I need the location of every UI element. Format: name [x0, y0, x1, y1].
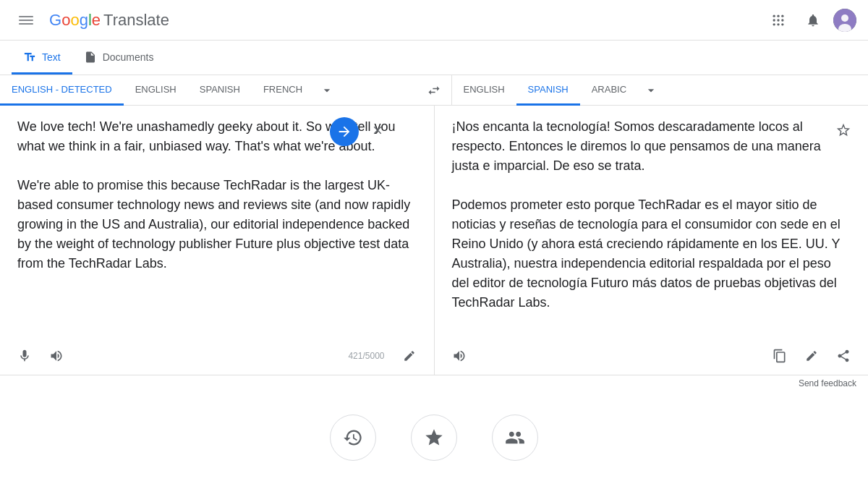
- menu-button[interactable]: [12, 6, 41, 35]
- tab-text-label: Text: [42, 51, 61, 63]
- header-right: [764, 6, 856, 35]
- svg-point-5: [781, 14, 783, 17]
- source-lang-more[interactable]: [314, 77, 340, 103]
- source-lang-french[interactable]: FRENCH: [252, 75, 314, 106]
- source-speak-button[interactable]: [43, 343, 69, 369]
- share-translation-button[interactable]: [830, 343, 856, 369]
- target-lang-english[interactable]: ENGLISH: [452, 75, 516, 106]
- close-icon: [371, 124, 384, 137]
- translated-text: ¡Nos encanta la tecnología! Somos descar…: [452, 117, 851, 312]
- copy-translation-button[interactable]: [767, 343, 793, 369]
- svg-point-11: [781, 23, 783, 25]
- source-lang-bar: ENGLISH - DETECTED ENGLISH SPANISH FRENC…: [0, 75, 417, 105]
- apps-button[interactable]: [764, 6, 793, 35]
- feedback-link[interactable]: Send feedback: [799, 378, 856, 388]
- share-icon: [836, 349, 851, 363]
- edit-icon: [403, 349, 416, 362]
- source-lang-english-detected[interactable]: ENGLISH - DETECTED: [0, 75, 124, 106]
- saved-button[interactable]: [411, 414, 457, 461]
- hamburger-icon: [19, 13, 33, 27]
- history-icon: [343, 428, 363, 448]
- translate-button[interactable]: [330, 117, 359, 146]
- google-wordmark: Google: [49, 11, 101, 30]
- svg-point-13: [841, 14, 848, 22]
- char-count: 421/5000: [348, 351, 390, 361]
- clear-source-button[interactable]: [365, 117, 391, 143]
- svg-point-8: [781, 19, 783, 21]
- tab-documents[interactable]: Documents: [72, 42, 166, 75]
- source-listen-button[interactable]: [12, 343, 38, 369]
- svg-rect-2: [19, 23, 33, 25]
- feedback-row: Send feedback: [0, 375, 868, 391]
- apps-icon: [771, 13, 786, 27]
- language-bar: ENGLISH - DETECTED ENGLISH SPANISH FRENC…: [0, 75, 868, 106]
- target-lang-bar: ENGLISH SPANISH ARABIC: [451, 75, 869, 105]
- notifications-icon: [806, 13, 820, 27]
- source-lang-spanish[interactable]: SPANISH: [188, 75, 252, 106]
- chevron-down-icon: [320, 83, 334, 98]
- swap-languages-button[interactable]: [417, 83, 451, 98]
- save-translation-button[interactable]: [830, 117, 856, 143]
- text-icon: [23, 51, 36, 64]
- chevron-down-icon-right: [644, 83, 658, 98]
- target-speak-button[interactable]: [446, 343, 472, 369]
- save-translation-button-wrap: [830, 117, 856, 143]
- star-outline-icon: [835, 122, 851, 138]
- logo: Google Translate: [49, 11, 169, 30]
- translation-panels: ¡Nos encanta la tecnología! Somos descar…: [0, 106, 868, 337]
- svg-point-4: [777, 14, 779, 17]
- svg-point-7: [777, 19, 779, 21]
- volume-icon-target: [452, 349, 467, 363]
- panel-actions-row: 421/5000: [0, 337, 868, 375]
- app-title: Translate: [103, 11, 169, 30]
- target-lang-spanish[interactable]: SPANISH: [516, 75, 580, 106]
- source-lang-english[interactable]: ENGLISH: [124, 75, 188, 106]
- svg-point-10: [777, 23, 779, 25]
- volume-icon: [49, 349, 64, 363]
- history-button[interactable]: [330, 414, 376, 461]
- source-actions: 421/5000: [0, 337, 434, 375]
- svg-point-9: [773, 23, 775, 25]
- community-button[interactable]: [492, 414, 538, 461]
- target-lang-more[interactable]: [638, 77, 664, 103]
- notifications-button[interactable]: [799, 6, 827, 35]
- avatar[interactable]: [833, 9, 856, 32]
- target-lang-arabic[interactable]: ARABIC: [580, 75, 638, 106]
- edit-icon-target: [805, 349, 818, 362]
- target-actions: [434, 337, 869, 375]
- people-icon: [505, 428, 525, 448]
- bottom-actions: [0, 391, 868, 478]
- svg-point-6: [773, 19, 775, 21]
- target-panel: ¡Nos encanta la tecnología! Somos descar…: [434, 106, 869, 337]
- edit-source-button[interactable]: [396, 343, 422, 369]
- avatar-image: [833, 9, 856, 32]
- document-icon: [84, 51, 97, 64]
- svg-rect-0: [19, 16, 33, 17]
- star-icon-bottom: [424, 428, 444, 448]
- edit-translation-button[interactable]: [799, 343, 825, 369]
- source-panel-top-actions: [330, 117, 391, 146]
- copy-icon: [773, 349, 787, 363]
- svg-rect-1: [19, 20, 33, 21]
- mic-icon: [17, 349, 32, 363]
- header: Google Translate: [0, 0, 868, 41]
- tab-documents-label: Documents: [103, 51, 154, 63]
- swap-icon: [427, 83, 441, 98]
- translate-arrow-icon: [336, 124, 352, 140]
- tab-bar: Text Documents: [0, 41, 868, 75]
- svg-point-3: [773, 14, 775, 17]
- header-left: Google Translate: [12, 6, 169, 35]
- source-panel: [0, 106, 434, 337]
- source-text-input[interactable]: [17, 117, 417, 312]
- tab-text[interactable]: Text: [12, 42, 72, 75]
